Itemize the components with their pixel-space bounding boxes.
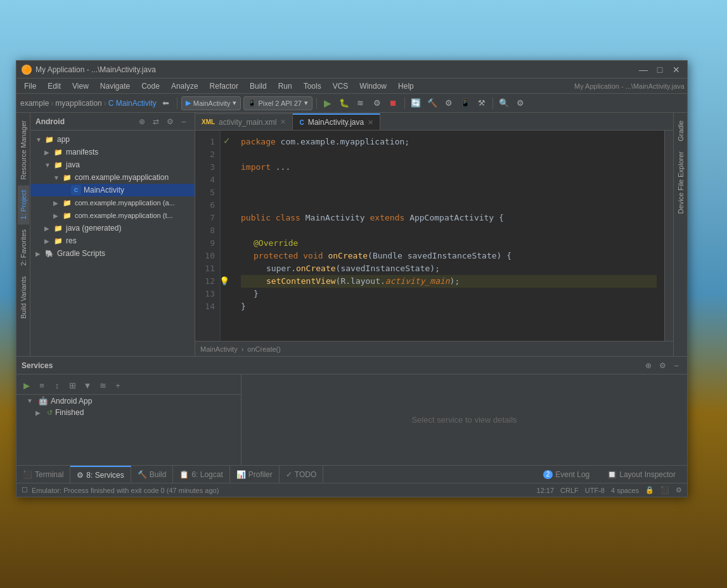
services-expand-button[interactable]: ⊕ xyxy=(643,360,654,371)
tab-todo[interactable]: ✓ TODO xyxy=(280,466,323,483)
tree-item-res[interactable]: ▶ 📁 res xyxy=(30,234,195,247)
svc-item-finished[interactable]: ▶ ↺ Finished xyxy=(16,407,241,418)
project-settings-button[interactable]: ⚙ xyxy=(164,116,176,127)
tree-item-manifests[interactable]: ▶ 📁 manifests xyxy=(30,146,195,158)
logcat-icon: 📋 xyxy=(179,470,189,479)
debug-button[interactable]: 🐛 xyxy=(337,96,351,110)
status-message: Emulator: Process finished with exit cod… xyxy=(32,487,219,494)
status-settings-icon: ⚙ xyxy=(676,486,682,494)
services-content: ▶ ≡ ↕ ⊞ ▼ ≋ + ▼ 🤖 Android App xyxy=(16,374,687,465)
layout-inspector-icon: 🔲 xyxy=(607,470,617,479)
services-toolbar: ▶ ≡ ↕ ⊞ ▼ ≋ + xyxy=(16,377,241,395)
tree-item-package-main[interactable]: ▼ 📁 com.example.myapplication xyxy=(30,171,195,184)
close-java-tab[interactable]: ✕ xyxy=(368,118,373,127)
search-everywhere-button[interactable]: 🔍 xyxy=(497,96,511,110)
project-hide-button[interactable]: – xyxy=(178,116,190,127)
maximize-button[interactable]: □ xyxy=(654,64,666,75)
code-line-7: public class MainActivity extends AppCom… xyxy=(241,212,657,224)
menu-run[interactable]: Run xyxy=(273,80,297,92)
menu-navigate[interactable]: Navigate xyxy=(95,80,135,92)
tree-item-gradle-scripts[interactable]: ▶ 🐘 Gradle Scripts xyxy=(30,247,195,260)
code-content[interactable]: package com.example.myapplication; impor… xyxy=(233,131,664,341)
menu-refactor[interactable]: Refactor xyxy=(205,80,243,92)
menu-window[interactable]: Window xyxy=(354,80,392,92)
status-indent[interactable]: 4 spaces xyxy=(611,487,639,494)
settings-button[interactable]: ⚙ xyxy=(513,96,527,110)
tab-layout-inspector[interactable]: 🔲 Layout Inspector xyxy=(601,466,682,483)
tab-activity-main-xml[interactable]: XML activity_main.xml ✕ xyxy=(195,113,293,130)
menu-edit[interactable]: Edit xyxy=(42,80,66,92)
svc-add-button[interactable]: + xyxy=(112,380,124,392)
services-hide-button[interactable]: – xyxy=(671,360,682,371)
project-panel: Android ⊕ ⇄ ⚙ – ▼ 📁 app xyxy=(30,113,195,356)
right-gutter xyxy=(664,131,673,341)
status-line-ending[interactable]: CRLF xyxy=(560,487,579,494)
sidebar-gradle[interactable]: Gradle xyxy=(675,115,686,146)
run-button[interactable]: ▶ xyxy=(321,96,335,110)
tab-build[interactable]: 🔨 Build xyxy=(131,466,174,483)
svc-sort-button[interactable]: ↕ xyxy=(51,380,63,392)
sdk-button[interactable]: ⚒ xyxy=(475,96,489,110)
status-checkbox[interactable]: ☐ xyxy=(22,486,28,494)
sidebar-project[interactable]: 1: Project xyxy=(18,185,29,224)
tab-terminal[interactable]: ⬛ Terminal xyxy=(16,466,70,483)
menu-code[interactable]: Code xyxy=(136,80,165,92)
menu-analyze[interactable]: Analyze xyxy=(166,80,203,92)
stop-button[interactable]: ⏹ xyxy=(387,96,401,110)
project-sync-button[interactable]: ⇄ xyxy=(150,116,162,127)
project-add-button[interactable]: ⊕ xyxy=(136,116,148,127)
svc-finished-label: Finished xyxy=(55,408,84,417)
coverage-button[interactable]: ≋ xyxy=(354,96,368,110)
code-line-4 xyxy=(241,174,657,186)
menu-view[interactable]: View xyxy=(67,80,94,92)
tree-item-java-generated[interactable]: ▶ 📁 java (generated) xyxy=(30,222,195,234)
svc-filter-button[interactable]: ▼ xyxy=(81,380,94,392)
tab-services[interactable]: ⚙ 8: Services xyxy=(70,466,131,483)
tab-logcat[interactable]: 📋 6: Logcat xyxy=(173,466,229,483)
tree-item-package-test[interactable]: ▶ 📁 com.example.myapplication (t... xyxy=(30,209,195,222)
tree-item-java[interactable]: ▼ 📁 java xyxy=(30,158,195,171)
menu-file[interactable]: File xyxy=(19,80,41,92)
file-tree: ▼ 📁 app ▶ 📁 manifests ▼ 📁 java xyxy=(30,131,195,356)
sidebar-device-file-explorer[interactable]: Device File Explorer xyxy=(675,146,686,219)
tree-item-app[interactable]: ▼ 📁 app xyxy=(30,133,195,146)
tree-item-package-androidtest[interactable]: ▶ 📁 com.example.myapplication (a... xyxy=(30,196,195,209)
menu-tools[interactable]: Tools xyxy=(299,80,326,92)
tab-mainactivity-java[interactable]: C MainActivity.java ✕ xyxy=(293,113,380,130)
main-toolbar: example › myapplication › C MainActivity… xyxy=(16,94,687,113)
sync-button[interactable]: 🔄 xyxy=(409,96,423,110)
android-icon: 🤖 xyxy=(38,396,48,406)
status-position[interactable]: 12:17 xyxy=(537,487,555,494)
device-label: Pixel 2 API 27 xyxy=(258,99,302,107)
close-xml-tab[interactable]: ✕ xyxy=(280,118,286,126)
menu-help[interactable]: Help xyxy=(393,80,419,92)
device-dropdown[interactable]: 📱 Pixel 2 API 27 ▾ xyxy=(243,96,312,110)
sidebar-resource-manager[interactable]: Resource Manager xyxy=(18,115,29,185)
tab-profiler[interactable]: 📊 Profiler xyxy=(230,466,280,483)
run-config-dropdown[interactable]: ▶ MainActivity ▾ xyxy=(181,96,241,110)
menu-build[interactable]: Build xyxy=(245,80,272,92)
avd-button[interactable]: 📱 xyxy=(458,96,472,110)
svc-group-button[interactable]: ⊞ xyxy=(66,380,79,392)
status-encoding[interactable]: UTF-8 xyxy=(585,487,605,494)
tab-event-log[interactable]: 2 Event Log xyxy=(537,466,596,483)
menu-vcs[interactable]: VCS xyxy=(328,80,354,92)
back-button[interactable]: ⬅ xyxy=(159,96,173,110)
sidebar-build-variants[interactable]: Build Variants xyxy=(18,271,29,324)
close-button[interactable]: ✕ xyxy=(671,64,682,75)
svc-run-button[interactable]: ▶ xyxy=(20,380,33,392)
todo-icon: ✓ xyxy=(286,470,292,479)
tree-item-mainactivity[interactable]: ▶ C MainActivity xyxy=(30,184,195,196)
sidebar-favorites[interactable]: 2: Favorites xyxy=(18,224,29,271)
svc-config-button[interactable]: ≋ xyxy=(96,380,109,392)
run-config-label: MainActivity xyxy=(193,99,231,107)
svc-item-android-app[interactable]: ▼ 🤖 Android App xyxy=(16,395,241,407)
bottom-tabs: ⬛ Terminal ⚙ 8: Services 🔨 Build 📋 6: Lo… xyxy=(16,465,687,483)
gradle-sync-button[interactable]: ⚙ xyxy=(442,96,456,110)
svc-list-button[interactable]: ≡ xyxy=(35,380,48,392)
attach-button[interactable]: ⚙ xyxy=(370,96,384,110)
minimize-button[interactable]: — xyxy=(638,64,649,75)
build-button[interactable]: 🔨 xyxy=(425,96,439,110)
services-settings-button[interactable]: ⚙ xyxy=(657,360,668,371)
code-line-9: @Override xyxy=(241,237,657,250)
